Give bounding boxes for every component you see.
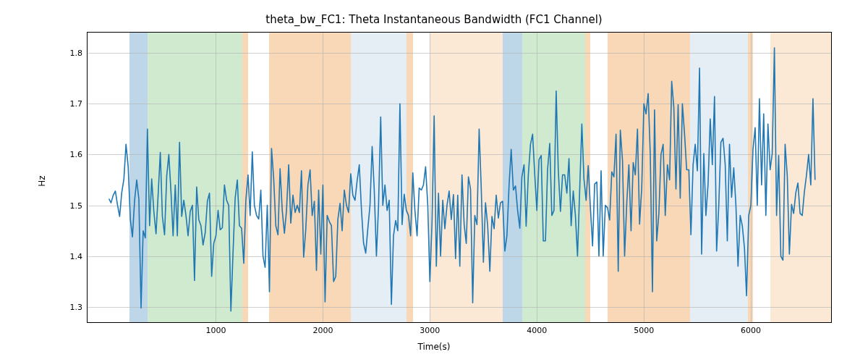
y-tick-label: 1.5 [61, 201, 82, 210]
y-tick-label: 1.6 [61, 150, 82, 159]
x-tick-label: 3000 [415, 326, 444, 335]
y-tick-label: 1.3 [61, 302, 82, 311]
y-tick-label: 1.8 [61, 49, 82, 58]
x-axis-label: Time(s) [0, 342, 868, 352]
y-tick-label: 1.7 [61, 99, 82, 109]
x-tick-label: 4000 [522, 326, 551, 335]
chart-title: theta_bw_FC1: Theta Instantaneous Bandwi… [0, 13, 868, 26]
plot-area [87, 32, 832, 323]
y-tick-label: 1.4 [61, 251, 82, 261]
x-tick-label: 1000 [201, 326, 230, 335]
x-tick-label: 5000 [629, 326, 658, 335]
x-tick-label: 6000 [736, 326, 765, 335]
x-tick-label: 2000 [308, 326, 337, 335]
y-axis-label: Hz [37, 175, 47, 186]
chart-figure: theta_bw_FC1: Theta Instantaneous Bandwi… [0, 0, 868, 362]
data-line [88, 33, 831, 322]
